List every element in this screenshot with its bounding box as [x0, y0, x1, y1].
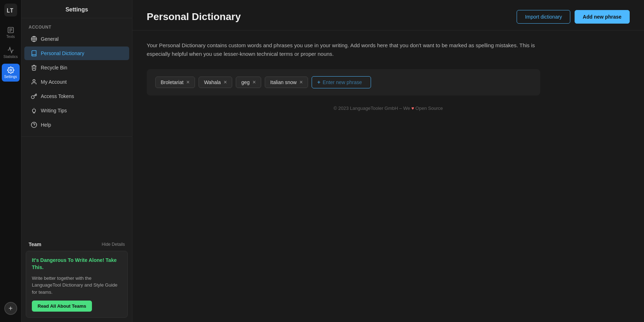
- sidebar-item-help-label: Help: [41, 122, 51, 128]
- sidebar-item-personal-dictionary-label: Personal Dictionary: [41, 50, 84, 56]
- dict-tag-italian-snow: Italian snow ×: [265, 77, 308, 88]
- team-card-description: Write better together with the LanguageT…: [32, 275, 122, 296]
- add-new-phrase-button[interactable]: Add new phrase: [575, 10, 630, 24]
- team-title: Team: [29, 241, 42, 247]
- key-icon: [31, 93, 37, 99]
- book-icon: [31, 50, 37, 57]
- read-all-about-teams-button[interactable]: Read All About Teams: [32, 301, 92, 312]
- description-text: Your Personal Dictionary contains custom…: [147, 41, 540, 58]
- sidebar-item-writing-tips-label: Writing Tips: [41, 108, 67, 113]
- page-title: Personal Dictionary: [147, 11, 241, 23]
- sidebar-title: Settings: [21, 0, 132, 18]
- main-content: Personal Dictionary Import dictionary Ad…: [132, 0, 644, 322]
- svg-point-9: [33, 79, 35, 82]
- footer-text: © 2023 LanguageTooler GmbH – We ♥ Open S…: [147, 106, 630, 111]
- globe-icon: [31, 36, 37, 42]
- import-dictionary-button[interactable]: Import dictionary: [517, 10, 570, 24]
- trash-icon: [31, 64, 37, 71]
- help-icon: [31, 122, 37, 128]
- dict-tag-broletariat: Broletariat ×: [155, 77, 195, 88]
- statistics-label: Statistics: [3, 55, 18, 59]
- header-actions: Import dictionary Add new phrase: [517, 10, 630, 24]
- dict-tag-wahala: Wahala ×: [199, 77, 232, 88]
- heart-icon: ♥: [411, 106, 414, 111]
- icon-bar: LT Texts Statistics Settings +: [0, 0, 21, 322]
- dict-tag-label: Italian snow: [270, 79, 297, 85]
- dict-tag-remove-geg[interactable]: ×: [253, 79, 256, 85]
- sidebar-divider: [21, 136, 132, 137]
- sidebar-item-personal-dictionary[interactable]: Personal Dictionary: [24, 47, 129, 60]
- dict-tag-remove-italian-snow[interactable]: ×: [299, 79, 303, 85]
- app-logo: LT: [4, 4, 17, 16]
- add-button[interactable]: +: [4, 302, 17, 315]
- account-section-label: Account: [21, 18, 132, 32]
- svg-text:LT: LT: [6, 7, 13, 14]
- sidebar-item-access-tokens-label: Access Tokens: [41, 93, 74, 99]
- main-header: Personal Dictionary Import dictionary Ad…: [132, 0, 644, 30]
- user-icon: [31, 79, 37, 85]
- main-body: Your Personal Dictionary contains custom…: [132, 30, 644, 322]
- sidebar-item-recycle-bin[interactable]: Recycle Bin: [24, 61, 129, 74]
- plus-icon: +: [317, 79, 320, 86]
- texts-label: Texts: [6, 35, 15, 39]
- team-card-title: It's Dangerous To Write Alone! Take This…: [32, 257, 122, 271]
- team-section: Team Hide Details It's Dangerous To Writ…: [21, 238, 132, 322]
- sidebar: Settings Account General Personal Dictio…: [21, 0, 132, 322]
- sidebar-item-recycle-bin-label: Recycle Bin: [41, 65, 67, 70]
- team-header: Team Hide Details: [26, 238, 128, 251]
- dict-tag-label: Wahala: [204, 79, 221, 85]
- sidebar-item-texts[interactable]: Texts: [2, 24, 20, 42]
- team-card: It's Dangerous To Write Alone! Take This…: [26, 251, 128, 318]
- sidebar-item-my-account-label: My Account: [41, 79, 67, 85]
- dict-tag-remove-wahala[interactable]: ×: [224, 79, 227, 85]
- icon-bar-bottom: +: [4, 302, 17, 318]
- dict-tag-label: geg: [241, 79, 249, 85]
- sidebar-item-help[interactable]: Help: [24, 118, 129, 132]
- settings-label: Settings: [4, 75, 17, 79]
- new-phrase-input-container[interactable]: +: [312, 76, 371, 88]
- sidebar-item-my-account[interactable]: My Account: [24, 75, 129, 89]
- sidebar-item-writing-tips[interactable]: Writing Tips: [24, 104, 129, 117]
- hide-details-button[interactable]: Hide Details: [102, 242, 125, 247]
- svg-point-6: [10, 69, 11, 71]
- dict-tag-label: Broletariat: [161, 79, 184, 85]
- sidebar-item-general-label: General: [41, 36, 59, 42]
- sidebar-item-settings[interactable]: Settings: [2, 64, 20, 82]
- new-phrase-field[interactable]: [323, 79, 366, 85]
- sidebar-item-statistics[interactable]: Statistics: [2, 44, 20, 62]
- dict-tag-geg: geg ×: [236, 77, 261, 88]
- dictionary-area: Broletariat × Wahala × geg × Italian sno…: [147, 69, 540, 96]
- sidebar-item-access-tokens[interactable]: Access Tokens: [24, 89, 129, 103]
- sidebar-item-general[interactable]: General: [24, 32, 129, 46]
- lightbulb-icon: [31, 107, 37, 114]
- dict-tag-remove-broletariat[interactable]: ×: [186, 79, 190, 85]
